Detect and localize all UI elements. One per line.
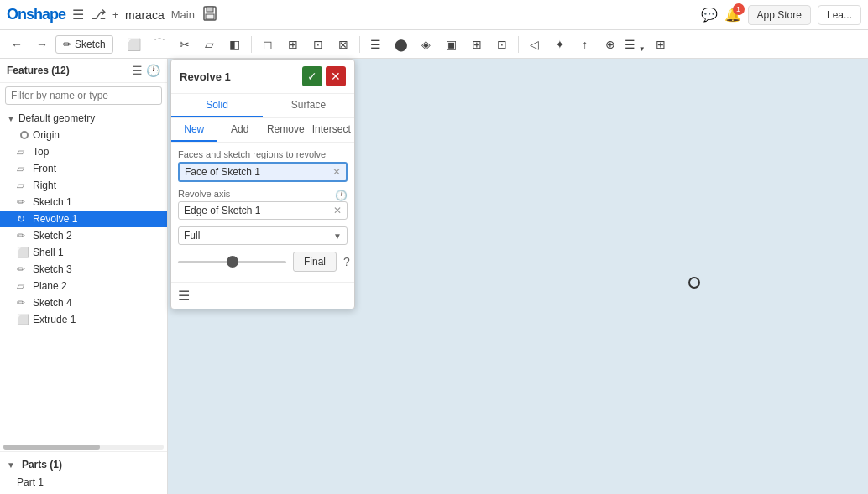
tree-item-front[interactable]: ▱ Front	[0, 160, 167, 177]
tree-item-sketch4[interactable]: ✏ Sketch 4	[0, 294, 167, 311]
parts-chevron-icon: ▼	[7, 460, 15, 470]
tb-icon-20[interactable]: ☰▼	[624, 33, 647, 56]
tree-item-revolve1[interactable]: ↻ Revolve 1	[0, 211, 167, 227]
tb-icon-8[interactable]: ⊡	[306, 33, 330, 56]
tb-icon-17[interactable]: ✦	[548, 33, 572, 56]
toolbar-separator	[118, 36, 118, 53]
tb-icon-14[interactable]: ⊞	[465, 33, 489, 56]
tb-icon-13[interactable]: ▣	[440, 33, 463, 56]
notification-button[interactable]: 🔔 1	[724, 7, 741, 23]
tb-icon-10[interactable]: ☰	[364, 33, 388, 56]
tree-item-sketch3[interactable]: ✏ Sketch 3	[0, 261, 167, 278]
list-view-button[interactable]: ☰	[171, 282, 354, 309]
revolve-dialog-header: Revolve 1 ✓ ✕	[171, 60, 354, 94]
tb-icon-2[interactable]: ⌒	[148, 33, 171, 56]
hamburger-icon[interactable]: ☰	[72, 7, 84, 23]
axis-value: Edge of Sketch 1	[184, 205, 330, 216]
plane-icon: ▱	[17, 146, 29, 158]
tree-group-default-geometry[interactable]: ▼ Default geometry	[0, 110, 167, 127]
tree-item-sketch2[interactable]: ✏ Sketch 2	[0, 227, 167, 244]
features-clock-icon[interactable]: 🕐	[146, 64, 160, 77]
notification-badge: 1	[733, 3, 745, 15]
slider-row: Final ?	[178, 252, 348, 272]
toolbar-separator-4	[518, 36, 519, 53]
sketch-icon-3: ✏	[17, 263, 29, 275]
faces-field[interactable]: Face of Sketch 1 ✕	[178, 162, 348, 182]
tree-item-origin[interactable]: Origin	[0, 127, 167, 143]
faces-clear-icon[interactable]: ✕	[332, 166, 341, 178]
help-icon[interactable]: ?	[343, 255, 350, 268]
final-button[interactable]: Final	[293, 252, 337, 272]
left-panel: Features (12) ☰ 🕐 ▼ Default geometry Ori…	[0, 59, 168, 494]
revolve-confirm-button[interactable]: ✓	[302, 66, 322, 86]
appstore-button[interactable]: App Store	[748, 5, 811, 25]
origin-label: Origin	[33, 129, 60, 141]
op-remove[interactable]: Remove	[263, 118, 309, 142]
axis-clear-icon[interactable]: ✕	[333, 205, 342, 216]
tb-icon-12[interactable]: ◈	[415, 33, 438, 56]
group-label: Default geometry	[18, 112, 95, 124]
forward-button[interactable]: →	[30, 33, 54, 56]
mode-select[interactable]: Full ▼	[178, 226, 348, 245]
add-icon[interactable]: +	[112, 9, 118, 21]
scroll-thumb[interactable]	[3, 445, 100, 450]
tree-item-extrude1[interactable]: ⬜ Extrude 1	[0, 311, 167, 328]
tb-icon-3[interactable]: ✂	[173, 33, 196, 56]
axis-field[interactable]: Edge of Sketch 1 ✕	[178, 201, 348, 220]
toolbar-separator-2	[251, 36, 252, 53]
parts-item-1[interactable]: Part 1	[0, 474, 167, 491]
svg-rect-2	[206, 14, 214, 19]
scroll-area[interactable]	[3, 445, 164, 450]
revolve-dialog: Revolve 1 ✓ ✕ Solid Surface New Add Remo…	[170, 59, 355, 309]
tb-icon-18[interactable]: ↑	[573, 33, 597, 56]
tree-item-sketch1[interactable]: ✏ Sketch 1	[0, 194, 167, 211]
tb-icon-19[interactable]: ⊕	[599, 33, 622, 56]
tb-icon-6[interactable]: ◻	[256, 33, 280, 56]
toolbar-separator-3	[359, 36, 360, 53]
filter-input[interactable]	[5, 86, 162, 105]
tb-icon-4[interactable]: ▱	[198, 33, 222, 56]
features-menu-icon[interactable]: ☰	[132, 64, 143, 77]
sketch-button[interactable]: ✏ Sketch	[55, 35, 113, 54]
tab-surface[interactable]: Surface	[263, 94, 354, 117]
tb-icon-15[interactable]: ⊡	[490, 33, 514, 56]
tb-icon-11[interactable]: ⬤	[390, 33, 413, 56]
onshape-logo[interactable]: Onshape	[7, 6, 65, 23]
axis-clock-icon[interactable]: 🕐	[335, 190, 348, 201]
op-intersect[interactable]: Intersect	[309, 118, 355, 142]
sketch-icon-2: ✏	[17, 230, 29, 242]
tree-item-plane2[interactable]: ▱ Plane 2	[0, 278, 167, 294]
tb-icon-7[interactable]: ⊞	[281, 33, 305, 56]
revolve-cancel-button[interactable]: ✕	[326, 66, 346, 86]
sketch-pencil-icon: ✏	[63, 39, 71, 50]
topbar: Onshape ☰ ⎇ + maraca Main 💬 🔔 1 App Stor…	[0, 0, 868, 30]
branch-icon[interactable]: ⎇	[91, 7, 106, 23]
tb-icon-5[interactable]: ◧	[223, 33, 247, 56]
chat-icon[interactable]: 💬	[701, 7, 718, 23]
tb-icon-1[interactable]: ⬜	[123, 33, 146, 56]
save-icon[interactable]	[201, 5, 218, 25]
svg-rect-1	[207, 7, 213, 12]
tree-item-right[interactable]: ▱ Right	[0, 177, 167, 194]
revolve-slider[interactable]	[178, 261, 286, 263]
tb-icon-16[interactable]: ◁	[523, 33, 546, 56]
plane-icon-4: ▱	[17, 280, 29, 292]
axis-label: Revolve axis	[178, 189, 230, 199]
parts-header[interactable]: ▼ Parts (1)	[0, 455, 167, 474]
op-new[interactable]: New	[171, 118, 217, 142]
tb-icon-21[interactable]: ⊞	[649, 33, 672, 56]
tab-solid[interactable]: Solid	[171, 94, 263, 117]
target-point	[688, 277, 700, 289]
sketch-label: Sketch	[75, 39, 106, 50]
sketch1-label: Sketch 1	[33, 196, 72, 208]
tree-item-shell1[interactable]: ⬜ Shell 1	[0, 244, 167, 261]
learn-button[interactable]: Lea...	[818, 5, 861, 25]
sketch-icon-4: ✏	[17, 297, 29, 309]
sketch2-label: Sketch 2	[33, 230, 72, 242]
back-button[interactable]: ←	[5, 33, 29, 56]
extrude1-label: Extrude 1	[33, 314, 76, 325]
top-label: Top	[33, 146, 49, 158]
tb-icon-9[interactable]: ⊠	[332, 33, 355, 56]
tree-item-top[interactable]: ▱ Top	[0, 143, 167, 160]
op-add[interactable]: Add	[217, 118, 264, 142]
